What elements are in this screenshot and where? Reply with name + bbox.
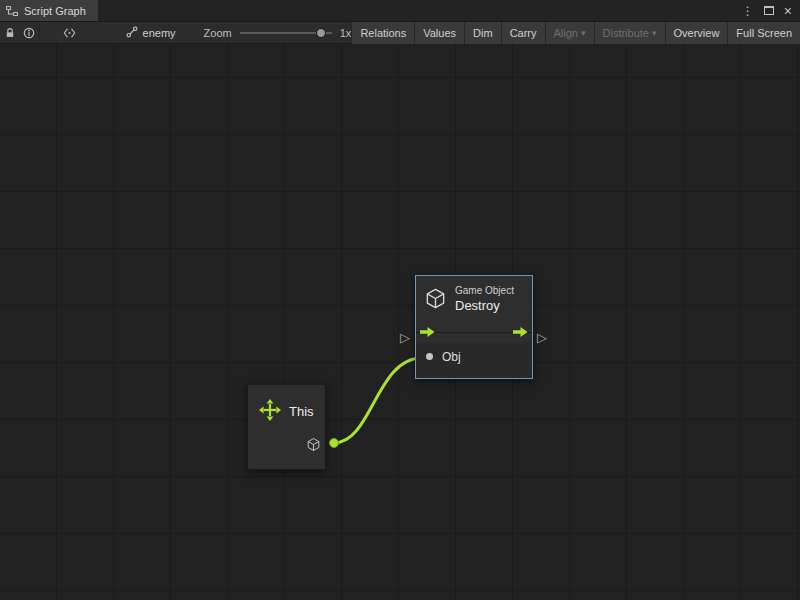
cube-icon — [424, 287, 447, 312]
node-destroy-titles: Game Object Destroy — [455, 285, 514, 314]
game-object-output-port[interactable] — [306, 437, 321, 454]
node-destroy-body: Obj — [416, 342, 532, 378]
script-graph-window: Script Graph ⋮ × — [0, 0, 800, 600]
control-output-arrow-icon[interactable] — [513, 326, 528, 338]
relations-button[interactable]: Relations — [351, 22, 414, 44]
connection-wire[interactable] — [334, 358, 422, 443]
graph-canvas[interactable]: Game Object Destroy Obj ▷ — [0, 44, 800, 600]
node-destroy[interactable]: Game Object Destroy Obj — [415, 275, 533, 379]
script-graph-icon — [6, 5, 18, 17]
control-input-arrow-icon[interactable] — [420, 326, 435, 338]
control-input-port-triangle[interactable]: ▷ — [400, 331, 410, 344]
node-destroy-header: Game Object Destroy — [416, 276, 532, 322]
chevron-down-icon: ▾ — [581, 28, 586, 38]
connected-port-dot[interactable] — [329, 438, 339, 448]
distribute-button[interactable]: Distribute▾ — [594, 22, 665, 44]
values-button[interactable]: Values — [414, 22, 464, 44]
zoom-value: 1x — [340, 27, 352, 39]
node-category: Game Object — [455, 285, 514, 298]
info-icon[interactable] — [20, 22, 40, 44]
toolbar: enemy Zoom 1x Relations Values Dim Carry… — [0, 22, 800, 44]
self-move-icon — [258, 398, 282, 424]
zoom-control: Zoom 1x — [204, 22, 352, 44]
toolbar-buttons: Relations Values Dim Carry Align▾ Distri… — [351, 22, 800, 44]
node-this[interactable]: This — [247, 384, 326, 470]
graph-icon — [126, 26, 138, 40]
node-title: Destroy — [455, 298, 514, 314]
zoom-slider-knob[interactable] — [316, 28, 326, 38]
port-dot-icon[interactable] — [426, 353, 433, 360]
port-label: Obj — [442, 350, 461, 364]
full-screen-button[interactable]: Full Screen — [727, 22, 800, 44]
graph-name: enemy — [143, 27, 176, 39]
close-icon[interactable]: × — [784, 4, 792, 18]
node-title: This — [289, 404, 314, 419]
obj-input-port[interactable]: Obj — [426, 350, 522, 364]
connection-layer — [0, 44, 800, 600]
zoom-label: Zoom — [204, 27, 232, 39]
titlebar-controls: ⋮ × — [742, 0, 800, 21]
carry-button[interactable]: Carry — [501, 22, 545, 44]
zoom-slider[interactable] — [240, 22, 332, 44]
tab-script-graph[interactable]: Script Graph — [0, 0, 98, 21]
node-destroy-flow-row — [416, 322, 532, 342]
graph-breadcrumb[interactable]: enemy — [126, 26, 176, 40]
overview-button[interactable]: Overview — [665, 22, 728, 44]
align-button[interactable]: Align▾ — [545, 22, 594, 44]
toolbar-separator — [39, 22, 40, 44]
lock-icon[interactable] — [0, 22, 20, 44]
tab-title: Script Graph — [24, 5, 86, 17]
control-output-port-triangle[interactable]: ▷ — [537, 331, 547, 344]
dim-button[interactable]: Dim — [464, 22, 501, 44]
chevron-down-icon: ▾ — [652, 28, 657, 38]
kebab-menu-icon[interactable]: ⋮ — [742, 5, 754, 17]
maximize-icon[interactable] — [764, 6, 774, 15]
titlebar: Script Graph ⋮ × — [0, 0, 800, 22]
code-icon[interactable] — [60, 22, 80, 44]
